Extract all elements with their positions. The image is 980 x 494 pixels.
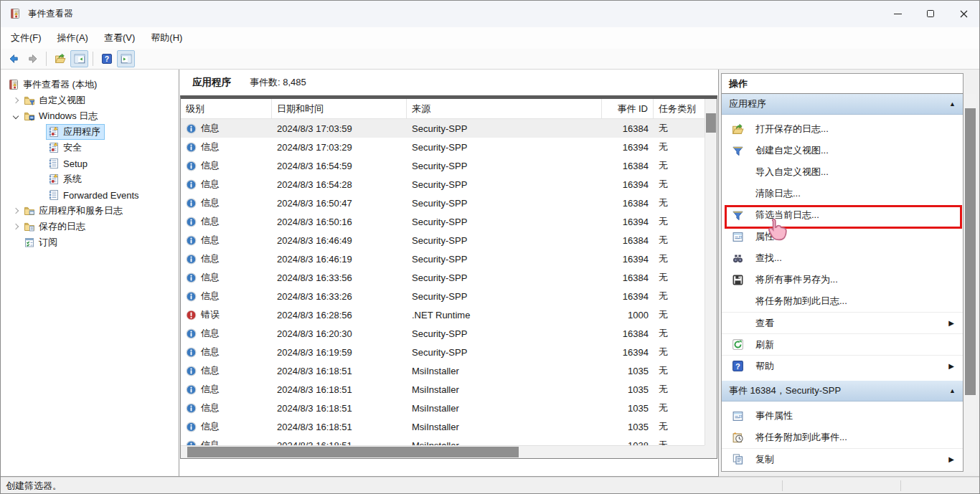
- event-row[interactable]: 信息2024/8/3 16:50:47Security-SPP16384无: [181, 194, 705, 212]
- column-header[interactable]: 来源: [407, 99, 602, 119]
- action-attach-task-to-event[interactable]: 将任务附加到此事件...: [722, 427, 963, 448]
- tree-node-application[interactable]: 应用程序: [46, 124, 105, 140]
- log-event-icon: [48, 126, 60, 138]
- tree-node-system[interactable]: 系统: [46, 171, 86, 187]
- menu-help[interactable]: 帮助(H): [143, 29, 190, 47]
- action-import-custom-view[interactable]: 导入自定义视图...: [722, 161, 963, 183]
- tree-item-event-viewer-local[interactable]: 事件查看器 (本地): [0, 77, 179, 92]
- action-refresh[interactable]: 刷新: [722, 333, 963, 355]
- tree-node-custom-views[interactable]: 自定义视图: [22, 92, 90, 108]
- collapse-arrow-icon[interactable]: ▲: [949, 387, 956, 394]
- tree-node-windows-logs[interactable]: Windows 日志: [22, 108, 102, 124]
- log-plain-icon: [48, 158, 60, 169]
- toolbar-help-button[interactable]: ?: [98, 50, 116, 67]
- event-task-category: 无: [659, 141, 668, 153]
- action-event-properties[interactable]: 事件属性: [722, 405, 963, 427]
- action-create-custom-view[interactable]: 创建自定义视图...: [722, 140, 963, 161]
- toolbar-action-pane-toggle-button[interactable]: [117, 50, 135, 67]
- event-level: 信息: [201, 383, 220, 396]
- tree-item-system[interactable]: 系统: [0, 171, 179, 187]
- menu-view[interactable]: 查看(V): [96, 29, 143, 47]
- chevron-right-icon[interactable]: [10, 224, 22, 229]
- event-row[interactable]: 错误2024/8/3 16:28:56.NET Runtime1000无: [181, 305, 705, 324]
- actions-section-header[interactable]: 事件 16384，Security-SPP▲: [722, 381, 963, 402]
- tree-node-saved-logs[interactable]: 保存的日志: [22, 219, 90, 234]
- toolbar-forward-button[interactable]: [24, 50, 42, 67]
- vertical-scrollbar[interactable]: [705, 99, 717, 445]
- event-row[interactable]: 信息2024/8/3 16:19:59Security-SPP16394无: [181, 343, 705, 361]
- tree-item-saved-logs[interactable]: 保存的日志: [0, 219, 179, 234]
- action-properties[interactable]: 属性: [722, 226, 963, 247]
- event-cell: 2024/8/3 16:54:28: [272, 179, 407, 190]
- action-clear-log[interactable]: 清除日志...: [722, 183, 963, 204]
- event-row[interactable]: 信息2024/8/3 16:18:51MsiInstaller1035无: [181, 380, 705, 399]
- action-help[interactable]: ?帮助▶: [722, 355, 963, 376]
- event-row[interactable]: 信息2024/8/3 17:03:59Security-SPP16384无: [181, 119, 705, 138]
- collapse-arrow-icon[interactable]: ▲: [949, 100, 956, 108]
- event-row[interactable]: 信息2024/8/3 17:03:29Security-SPP16394无: [181, 138, 705, 156]
- status-separator: [782, 480, 783, 491]
- tree-node-forwarded-events[interactable]: Forwarded Events: [46, 188, 143, 202]
- horizontal-scrollbar[interactable]: [181, 445, 705, 458]
- actions-section-header[interactable]: 应用程序▲: [722, 94, 963, 115]
- tree-item-apps-services-logs[interactable]: 应用程序和服务日志: [0, 203, 179, 219]
- event-task-category: 无: [659, 346, 668, 358]
- tree-node-setup[interactable]: Setup: [46, 156, 92, 171]
- column-header[interactable]: 级别: [181, 99, 272, 119]
- maximize-button[interactable]: [914, 0, 947, 27]
- menu-file[interactable]: 文件(F): [3, 29, 50, 47]
- actions-scrollbar-thumb[interactable]: [965, 108, 976, 395]
- action-attach-task-to-log[interactable]: 将任务附加到此日志...: [722, 290, 963, 312]
- event-cell: 信息: [181, 402, 272, 414]
- event-id: 16384: [623, 198, 649, 209]
- chevron-down-icon[interactable]: [10, 114, 22, 118]
- tree-item-custom-views[interactable]: 自定义视图: [0, 92, 179, 108]
- action-open-saved-log[interactable]: 打开保存的日志...: [722, 118, 963, 140]
- event-row[interactable]: 信息2024/8/3 16:54:59Security-SPP16384无: [181, 156, 705, 175]
- event-row[interactable]: 信息2024/8/3 16:20:30Security-SPP16384无: [181, 324, 705, 343]
- tree-node-apps-services-logs[interactable]: 应用程序和服务日志: [22, 203, 127, 219]
- toolbar-open-saved-log-button[interactable]: [51, 50, 69, 67]
- event-row[interactable]: 信息2024/8/3 16:18:51MsiInstaller1035无: [181, 399, 705, 417]
- toolbar-console-tree-toggle-button[interactable]: [70, 50, 88, 67]
- event-row[interactable]: 信息2024/8/3 16:46:49Security-SPP16384无: [181, 231, 705, 250]
- event-cell: MsiInstaller: [407, 403, 602, 414]
- event-cell: 信息: [181, 420, 272, 433]
- event-row[interactable]: 信息2024/8/3 16:46:19Security-SPP16394无: [181, 250, 705, 268]
- action-find[interactable]: 查找...: [722, 247, 963, 269]
- menu-action[interactable]: 操作(A): [50, 29, 96, 47]
- event-row[interactable]: 信息2024/8/3 16:54:28Security-SPP16394无: [181, 175, 705, 194]
- horizontal-scrollbar-thumb[interactable]: [187, 447, 519, 457]
- minimize-button[interactable]: [881, 0, 914, 27]
- action-filter-current-log[interactable]: 筛选当前日志...: [722, 204, 963, 226]
- action-view[interactable]: 查看▶: [722, 312, 963, 333]
- chevron-right-icon[interactable]: [10, 98, 22, 103]
- action-save-all-events-as[interactable]: 将所有事件另存为...: [722, 269, 963, 290]
- action-copy[interactable]: 复制▶: [722, 448, 963, 470]
- folder-filter-icon: [24, 95, 35, 106]
- event-cell: 无: [654, 383, 705, 396]
- tree-item-application[interactable]: 应用程序: [0, 124, 179, 140]
- event-row[interactable]: 信息2024/8/3 16:18:51MsiInstaller1035无: [181, 417, 705, 436]
- vertical-scrollbar-thumb[interactable]: [706, 113, 716, 133]
- column-header[interactable]: 事件 ID: [602, 99, 654, 119]
- tree-item-windows-logs[interactable]: Windows 日志: [0, 108, 179, 124]
- chevron-right-icon[interactable]: [10, 209, 22, 213]
- tree-item-forwarded-events[interactable]: Forwarded Events: [0, 187, 179, 203]
- column-header[interactable]: 日期和时间: [272, 99, 407, 119]
- tree-node-subscriptions[interactable]: 订阅: [22, 234, 62, 250]
- actions-scrollbar[interactable]: [964, 94, 976, 472]
- tree-item-subscriptions[interactable]: 订阅: [0, 234, 179, 250]
- event-row[interactable]: 信息2024/8/3 16:18:51MsiInstaller1038无: [181, 436, 705, 445]
- tree-item-setup[interactable]: Setup: [0, 156, 179, 171]
- tree-node-security[interactable]: 安全: [46, 140, 86, 156]
- tree-node-event-viewer-local[interactable]: 事件查看器 (本地): [6, 77, 101, 92]
- info-icon: [186, 422, 197, 432]
- toolbar-back-button[interactable]: [4, 50, 22, 67]
- event-row[interactable]: 信息2024/8/3 16:50:16Security-SPP16394无: [181, 212, 705, 231]
- close-button[interactable]: [947, 0, 980, 27]
- event-row[interactable]: 信息2024/8/3 16:18:51MsiInstaller1035无: [181, 361, 705, 380]
- event-row[interactable]: 信息2024/8/3 16:33:26Security-SPP16394无: [181, 287, 705, 305]
- event-row[interactable]: 信息2024/8/3 16:33:56Security-SPP16384无: [181, 268, 705, 287]
- tree-item-security[interactable]: 安全: [0, 140, 179, 156]
